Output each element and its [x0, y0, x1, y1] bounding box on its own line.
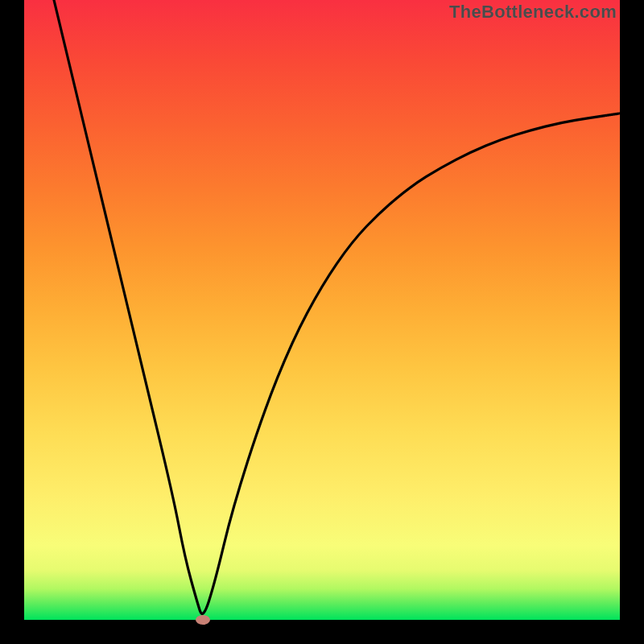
plot-area: [24, 0, 620, 620]
chart-frame: TheBottleneck.com: [0, 0, 644, 644]
